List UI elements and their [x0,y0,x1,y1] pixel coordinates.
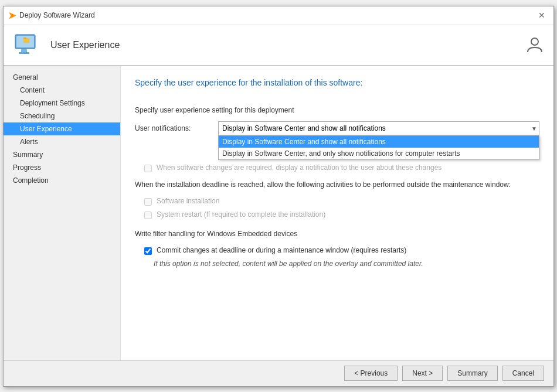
svg-rect-3 [19,52,29,54]
sidebar-item-completion[interactable]: Completion [4,174,120,187]
when-software-changes-checkbox[interactable] [144,165,152,172]
title-bar-left: ➤ Deploy Software Wizard [8,10,95,21]
sidebar: General Content Deployment Settings Sche… [4,66,121,360]
commit-changes-label: Commit changes at deadline or during a m… [157,246,406,254]
deadline-section-text: When the installation deadline is reache… [135,179,539,190]
software-install-row: Software installation [135,197,539,206]
user-notifications-dropdown-container: Display in Software Center and show all … [218,121,539,135]
user-notifications-row: User notifications: Display in Software … [135,121,539,135]
bottom-bar: < Previous Next > Summary Cancel [4,360,553,386]
deploy-software-wizard-window: ➤ Deploy Software Wizard ✕ User Experien… [3,6,554,387]
dropdown-option-0[interactable]: Display in Software Center and show all … [219,136,539,148]
svg-point-6 [531,38,538,45]
software-install-label: Software installation [157,197,219,205]
sidebar-item-progress[interactable]: Progress [4,161,120,174]
dropdown-selected-value: Display in Software Center and show all … [222,124,386,132]
header-left: User Experience [13,31,120,59]
software-install-checkbox[interactable] [144,198,152,206]
sidebar-item-user-experience[interactable]: User Experience [4,122,120,135]
content-area: General Content Deployment Settings Sche… [4,66,553,360]
system-restart-checkbox[interactable] [144,212,152,219]
user-notifications-dropdown[interactable]: Display in Software Center and show all … [218,121,539,135]
user-icon [525,36,544,54]
user-notifications-label: User notifications: [135,124,211,132]
sidebar-item-general[interactable]: General [4,71,120,84]
close-button[interactable]: ✕ [535,8,549,22]
header-bar: User Experience [4,25,553,66]
section1-label: Specify user experience setting for this… [135,106,539,114]
commit-note: If this option is not selected, content … [135,260,539,268]
write-filter-heading: Write filter handling for Windows Embedd… [135,229,539,239]
sidebar-item-deployment-settings[interactable]: Deployment Settings [4,97,120,110]
dropdown-option-1[interactable]: Display in Software Center, and only sho… [219,148,539,159]
when-software-changes-label: When software changes are required, disp… [157,163,441,172]
window-title: Deploy Software Wizard [19,11,95,19]
sidebar-item-summary[interactable]: Summary [4,148,120,161]
previous-button[interactable]: < Previous [344,366,398,381]
header-title: User Experience [50,40,120,50]
svg-rect-2 [21,49,27,52]
page-heading: Specify the user experience for the inst… [135,78,539,92]
svg-rect-5 [23,38,26,39]
commit-changes-checkbox[interactable] [144,247,152,255]
computer-icon [13,31,41,59]
main-content: Specify the user experience for the inst… [121,66,553,360]
svg-rect-4 [23,38,29,43]
cancel-button[interactable]: Cancel [502,366,544,381]
sidebar-item-scheduling[interactable]: Scheduling [4,110,120,122]
dropdown-arrow-icon: ▼ [531,125,537,131]
system-restart-label: System restart (If required to complete … [157,210,325,219]
arrow-icon: ➤ [8,10,16,21]
summary-button[interactable]: Summary [447,366,497,381]
dropdown-options-list: Display in Software Center and show all … [218,135,539,160]
system-restart-row: System restart (If required to complete … [135,210,539,219]
when-software-changes-row: When software changes are required, disp… [135,163,539,172]
commit-changes-row: Commit changes at deadline or during a m… [135,246,539,255]
sidebar-item-content[interactable]: Content [4,84,120,97]
sidebar-item-alerts[interactable]: Alerts [4,135,120,148]
next-button[interactable]: Next > [402,366,443,381]
title-bar: ➤ Deploy Software Wizard ✕ [4,6,553,25]
